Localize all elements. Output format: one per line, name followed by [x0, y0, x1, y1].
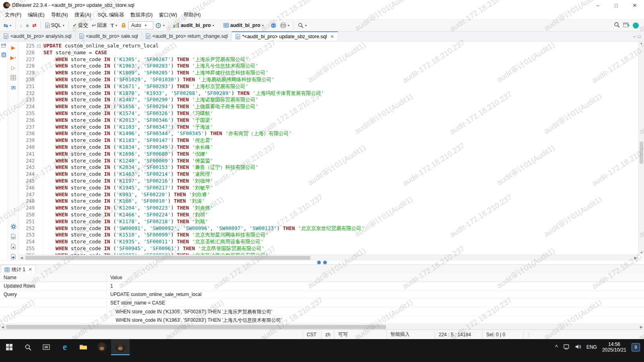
restore-view-icon[interactable]	[1, 43, 6, 49]
code-line[interactable]: 237 WHEN store_code IN ('K1103', 'SF0034…	[19, 124, 638, 131]
code-line[interactable]: 232 WHEN store_code IN ('K1878', 'K1933'…	[19, 90, 638, 97]
connection-combobox[interactable]: audit_bi_pro ▾	[171, 21, 216, 30]
editor-tab[interactable]: *<audit_bi_pro> update_sbz_store.sql✕	[232, 31, 339, 41]
code-line[interactable]: 229 WHEN store_code IN ('K1809', 'SF0028…	[19, 70, 638, 76]
volume-icon[interactable]	[575, 343, 581, 351]
print-button[interactable]: ▾	[279, 21, 291, 30]
settings-gear-icon[interactable]	[10, 223, 17, 230]
code-line[interactable]: 249 WHEN store_code IN ('K1204', 'SF0022…	[19, 205, 638, 212]
table-row[interactable]: SET store_name = CASE	[0, 299, 644, 307]
table-row[interactable]: WHEN store_code IN ('K1963', 'SF00283') …	[0, 316, 644, 324]
transaction-mode-button[interactable]: T ▾	[109, 21, 119, 30]
menu-item[interactable]: 数据库(D)	[127, 11, 156, 19]
column-header-value[interactable]: Value	[107, 274, 644, 282]
code-text[interactable]: WHEN store_code IN ('K2013', 'SF00346') …	[42, 117, 213, 124]
code-text[interactable]: WHEN store_code IN ('K1463', 'SF00214') …	[42, 171, 213, 178]
code-line[interactable]: 228 WHEN store_code IN ('K1963', 'SF0028…	[19, 63, 638, 70]
maximize-button[interactable]: □	[607, 0, 625, 10]
editor-tab[interactable]: <audit_bi_pro> sale.sql	[76, 31, 142, 41]
column-header-name[interactable]: Name	[0, 274, 107, 282]
results-scroll-thumb[interactable]	[6, 325, 386, 329]
code-line[interactable]: 242 WHEN store_code IN ('K1240', 'SF0000…	[19, 158, 638, 165]
table-row[interactable]: Updated Rows1	[0, 282, 644, 290]
tab-close-icon[interactable]: ✕	[330, 34, 334, 39]
editor-vertical-scrollbar[interactable]: ▲ ▼	[638, 41, 644, 255]
export-result-icon[interactable]: ✉	[10, 84, 17, 91]
code-line[interactable]: 226SET store_name = CASE	[19, 49, 638, 56]
editor-horizontal-scrollbar[interactable]: ◀ ▶	[19, 255, 638, 260]
horizontal-scroll-thumb[interactable]	[25, 256, 310, 260]
code-text[interactable]: WHEN store_code IN ('K1878', 'K1933', 'S…	[42, 90, 324, 97]
app-dbeaver-window-1[interactable]	[93, 339, 111, 355]
table-row[interactable]: QueryUPDATE custom_online_sale_return_lo…	[0, 290, 644, 299]
execute-new-tab-icon[interactable]: ▷	[10, 64, 17, 71]
explain-plan-icon[interactable]	[10, 74, 17, 81]
results-horizontal-scrollbar[interactable]: ◀ ▶	[0, 324, 644, 329]
sql-editor[interactable]: 225−UPDATE custom_online_sale_return_loc…	[19, 41, 644, 260]
app-dbeaver-window-2[interactable]	[111, 339, 130, 355]
panel-splitter[interactable]	[0, 260, 644, 264]
code-text[interactable]: WHEN store_code IN ('K1496', 'SF00344', …	[42, 130, 292, 137]
code-text[interactable]: WHEN store_code IN ('K993', 'SF00220') T…	[42, 191, 210, 198]
splitter-up-dot-icon[interactable]	[317, 261, 321, 264]
code-line[interactable]: 239 WHEN store_code IN ('K1183', 'SF0014…	[19, 137, 638, 144]
sql-editor-dropdown[interactable]: SQL ▾	[43, 21, 66, 30]
quick-search-icon[interactable]	[614, 22, 620, 29]
code-text[interactable]: WHEN store_code IN ('K1103', 'SF00347') …	[42, 124, 213, 131]
clock[interactable]: 14:56 2025/10/21	[602, 341, 626, 353]
notification-badge[interactable]: 9	[632, 343, 640, 352]
code-text[interactable]: WHEN store_code IN ('K1510', 'SF00099') …	[42, 232, 268, 239]
code-line[interactable]: 251 WHEN store_code IN ('K1178', 'SF0021…	[19, 218, 638, 225]
code-text[interactable]: WHEN store_code IN ('K1466', 'SF00224') …	[42, 212, 208, 218]
menu-item[interactable]: SQL 编辑器	[95, 11, 128, 19]
code-area[interactable]: 225−UPDATE custom_online_sale_return_loc…	[19, 41, 638, 255]
toolbar-search-button[interactable]: ▾	[296, 21, 308, 30]
rollback-button[interactable]: ↩ 回滚	[90, 21, 109, 30]
code-line[interactable]: 252 WHEN store_code IN ('SW00091', 'SW00…	[19, 225, 638, 232]
menu-item[interactable]: 搜索(A)	[71, 11, 95, 19]
splitter-down-dot-icon[interactable]	[323, 261, 327, 264]
fold-collapse-icon[interactable]: −	[37, 44, 41, 48]
editor-tab[interactable]: <audit_bi_pro> return_change.sql	[142, 31, 232, 41]
autocommit-combobox[interactable]: Auto ▾	[128, 21, 153, 29]
scroll-up-icon[interactable]: ▲	[640, 41, 643, 45]
code-text[interactable]: WHEN store_code IN ('K1671', 'SF00293') …	[42, 83, 248, 90]
sync-button[interactable]: ⇄	[31, 21, 38, 30]
code-line[interactable]: 243 WHEN store_code IN ('K2034', 'SF0015…	[19, 164, 638, 171]
open-file-icon[interactable]	[10, 233, 17, 240]
transaction-log-button[interactable]: ▾	[154, 21, 166, 30]
code-text[interactable]: UPDATE custom_online_sale_return_local	[42, 43, 159, 49]
code-text[interactable]: WHEN store_code IN ('K1204', 'SF00223') …	[42, 205, 213, 212]
code-line[interactable]: 236 WHEN store_code IN ('K2013', 'SF0034…	[19, 117, 638, 124]
execute-forward-button[interactable]: »	[24, 21, 31, 30]
tab-statistics[interactable]: 统计 1 ✕	[1, 265, 36, 274]
code-text[interactable]: WHEN store_code IN ('K1574', 'SF00326') …	[42, 110, 213, 117]
database-navigator-icon[interactable]	[1, 52, 6, 59]
commit-button[interactable]: ✔ 提交	[71, 21, 90, 30]
file-explorer-button[interactable]	[74, 339, 93, 355]
edge-browser-button[interactable]: e	[56, 339, 74, 355]
code-line[interactable]: 250 WHEN store_code IN ('K1466', 'SF0022…	[19, 212, 638, 218]
code-text[interactable]: WHEN store_code IN ('K1809', 'SF00285') …	[42, 70, 268, 76]
open-console-button[interactable]	[269, 21, 278, 30]
code-line[interactable]: 255 WHEN store_code IN ('SF00945', 'SF00…	[19, 245, 638, 252]
code-line[interactable]: 233 WHEN store_code IN ('K1487', 'SF0029…	[19, 97, 638, 103]
code-text[interactable]: WHEN store_code IN ('SF01029', 'SF01030'…	[42, 76, 275, 83]
code-line[interactable]: 245 WHEN store_code IN ('K1197', 'SF0021…	[19, 178, 638, 185]
save-file-icon[interactable]	[10, 243, 17, 250]
code-line[interactable]: 244 WHEN store_code IN ('K1463', 'SF0021…	[19, 171, 638, 178]
execute-script-icon[interactable]: ▶≡	[10, 54, 17, 61]
code-text[interactable]: SET store_name = CASE	[42, 49, 107, 56]
menu-item[interactable]: 窗口(W)	[156, 11, 180, 19]
code-text[interactable]: WHEN store_code IN ('K1834', 'SF00349') …	[42, 144, 213, 151]
code-text[interactable]: WHEN store_code IN ('K2034', 'SF00153') …	[42, 164, 258, 171]
code-line[interactable]: 238 WHEN store_code IN ('K1496', 'SF0034…	[19, 130, 638, 137]
code-line[interactable]: 235 WHEN store_code IN ('K1574', 'SF0032…	[19, 110, 638, 117]
editor-tab[interactable]: <audit_bi_pro> analysis.sql	[0, 31, 76, 41]
menu-item[interactable]: 导航(N)	[48, 11, 71, 19]
scroll-right-icon[interactable]: ▶	[640, 325, 643, 329]
tray-expand-icon[interactable]: ^	[555, 344, 558, 350]
execute-statement-icon[interactable]: ▶	[10, 44, 17, 51]
code-line[interactable]: 254 WHEN store_code IN ('K1935', 'SF0001…	[19, 239, 638, 245]
code-text[interactable]: WHEN store_code IN ('K1963', 'SF00283') …	[42, 63, 258, 70]
